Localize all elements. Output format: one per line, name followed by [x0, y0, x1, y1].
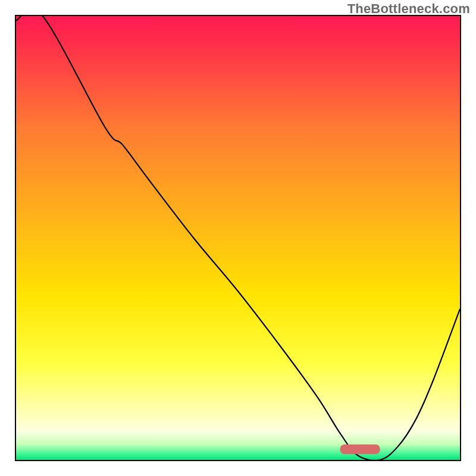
optimum-marker [340, 444, 380, 454]
plot-area [15, 15, 461, 461]
watermark-text: TheBottleneck.com [347, 1, 470, 17]
gradient-fill [16, 16, 460, 460]
plot-svg [16, 16, 460, 460]
chart-frame: TheBottleneck.com [0, 0, 476, 476]
